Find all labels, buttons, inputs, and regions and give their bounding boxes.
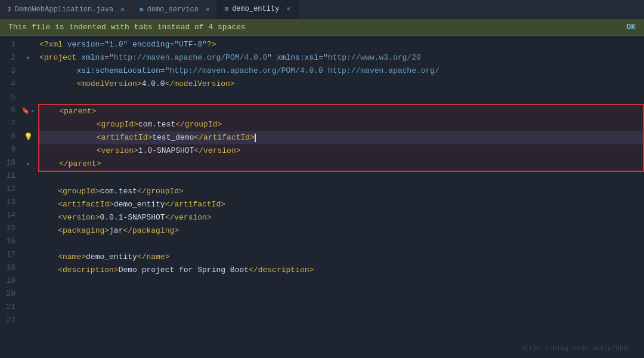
code-line-13: <artifactId>demo_entity</artifactId> — [39, 198, 644, 211]
gutter-6-bookmark: 🔖 ▾ — [21, 104, 35, 117]
tab-demo-entity[interactable]: m demo_entity ✕ — [218, 0, 298, 18]
code-content[interactable]: <?xml version="1.0" encoding="UTF-8"?> <… — [35, 36, 644, 354]
tab-close-demoweb[interactable]: ✕ — [120, 5, 125, 13]
line-num-5: 5 — [0, 91, 16, 104]
gutter-12 — [21, 183, 35, 196]
warning-ok-button[interactable]: OK — [626, 23, 636, 32]
gutter-3 — [21, 64, 35, 78]
gutter-19 — [21, 274, 35, 288]
gutter-15 — [21, 222, 35, 235]
highlight-block: <parent> <groupId>com.test</groupId> <ar… — [38, 104, 644, 172]
tab-close-entity[interactable]: ✕ — [286, 5, 290, 13]
gutter-16 — [21, 235, 35, 248]
code-line-14: <version>0.0.1-SNAPSHOT</version> — [39, 211, 644, 224]
warning-text: This file is indented with tabs instead … — [8, 23, 246, 32]
editor: 1 2 3 4 5 6 7 8 9 10 11 12 13 14 15 16 1… — [0, 36, 644, 354]
tab-close-service[interactable]: ✕ — [206, 5, 210, 13]
gutter-11 — [21, 169, 35, 183]
tab-icon-java: J — [7, 6, 11, 13]
code-line-16 — [39, 237, 644, 251]
line-num-9: 9 — [0, 143, 16, 156]
bookmark-icon: 🔖 — [21, 107, 30, 115]
line-num-16: 16 — [0, 235, 16, 248]
code-line-4: <modelVersion>4.0.0</modelVersion> — [39, 78, 644, 91]
code-line-10: </parent> — [39, 158, 643, 171]
tab-bar: J DemoWebApplication.java ✕ m demo_servi… — [0, 0, 644, 19]
gutter-2[interactable]: ▾ — [21, 51, 35, 64]
code-line-15: <packaging>jar</packaging> — [39, 224, 644, 237]
code-line-3: xsi:schemaLocation="http://maven.apache.… — [39, 64, 644, 78]
line-num-20: 20 — [0, 288, 16, 301]
gutter-7 — [21, 117, 35, 130]
code-line-20 — [39, 290, 644, 303]
line-num-19: 19 — [0, 274, 16, 288]
code-line-5 — [39, 91, 644, 104]
tab-demo-service[interactable]: m demo_service ✕ — [132, 0, 218, 18]
gutter: ▾ 🔖 ▾ 💡 ▴ — [21, 36, 35, 354]
code-line-6: <parent> — [39, 105, 643, 118]
gutter-1 — [21, 38, 35, 51]
line-num-6: 6 — [0, 104, 16, 117]
line-num-14: 14 — [0, 209, 16, 222]
tab-label-entity: demo_entity — [232, 5, 279, 13]
line-num-17: 17 — [0, 248, 16, 261]
gutter-21 — [21, 301, 35, 314]
code-line-21 — [39, 303, 644, 316]
code-line-8: <artifactId>test_demo</artifactId> — [39, 131, 643, 144]
gutter-10-fold[interactable]: ▴ — [21, 156, 35, 169]
gutter-8-bulb[interactable]: 💡 — [21, 130, 35, 143]
code-line-1: <?xml version="1.0" encoding="UTF-8"?> — [39, 38, 644, 51]
code-line-7: <groupId>com.test</groupId> — [39, 118, 643, 131]
gutter-18 — [21, 261, 35, 274]
gutter-14 — [21, 209, 35, 222]
line-num-1: 1 — [0, 38, 16, 51]
line-num-22: 22 — [0, 314, 16, 327]
line-num-18: 18 — [0, 261, 16, 274]
tab-icon-m1: m — [140, 6, 144, 13]
line-num-7: 7 — [0, 117, 16, 130]
code-line-18: <description>Demo project for Spring Boo… — [39, 264, 644, 277]
code-line-17: <name>demo_entity</name> — [39, 251, 644, 264]
code-line-22 — [39, 316, 644, 329]
line-num-13: 13 — [0, 196, 16, 209]
tab-demoweb[interactable]: J DemoWebApplication.java ✕ — [0, 0, 132, 18]
code-line-12: <groupId>com.test</groupId> — [39, 185, 644, 198]
tab-label-service: demo_service — [147, 5, 198, 14]
gutter-5 — [21, 91, 35, 104]
watermark: https://blog.csdn.net/u/hb0... — [521, 345, 639, 352]
gutter-4 — [21, 78, 35, 91]
line-num-12: 12 — [0, 183, 16, 196]
warning-bar: This file is indented with tabs instead … — [0, 19, 644, 36]
line-numbers: 1 2 3 4 5 6 7 8 9 10 11 12 13 14 15 16 1… — [0, 36, 21, 354]
gutter-17 — [21, 248, 35, 261]
line-num-21: 21 — [0, 301, 16, 314]
fold-icon-6[interactable]: ▾ — [30, 107, 35, 115]
code-line-2: <project xmlns="http://maven.apache.org/… — [39, 51, 644, 64]
gutter-20 — [21, 288, 35, 301]
code-line-9: <version>1.0-SNAPSHOT</version> — [39, 144, 643, 158]
code-line-19 — [39, 277, 644, 290]
line-num-11: 11 — [0, 169, 16, 183]
line-num-2: 2 — [0, 51, 16, 64]
line-num-10: 10 — [0, 156, 16, 169]
tab-icon-m2: m — [225, 5, 229, 13]
line-num-8: 8 — [0, 130, 16, 143]
line-num-4: 4 — [0, 78, 16, 91]
gutter-13 — [21, 196, 35, 209]
line-num-3: 3 — [0, 64, 16, 78]
gutter-9 — [21, 143, 35, 156]
line-num-15: 15 — [0, 222, 16, 235]
code-line-11 — [39, 172, 644, 185]
gutter-22 — [21, 314, 35, 327]
tab-label-demoweb: DemoWebApplication.java — [15, 5, 114, 14]
